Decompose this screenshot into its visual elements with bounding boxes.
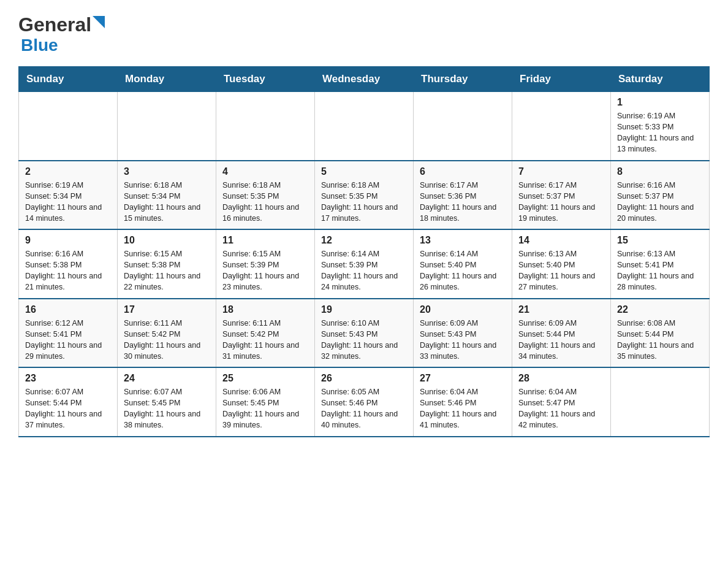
day-info: Sunrise: 6:11 AM Sunset: 5:42 PM Dayligh…: [222, 318, 308, 362]
calendar-cell: 19Sunrise: 6:10 AM Sunset: 5:43 PM Dayli…: [315, 299, 414, 368]
calendar-cell: 20Sunrise: 6:09 AM Sunset: 5:43 PM Dayli…: [414, 299, 512, 368]
day-info: Sunrise: 6:06 AM Sunset: 5:45 PM Dayligh…: [222, 386, 308, 431]
day-number: 20: [420, 304, 506, 315]
day-info: Sunrise: 6:15 AM Sunset: 5:39 PM Dayligh…: [222, 248, 308, 293]
day-number: 1: [617, 97, 703, 108]
day-number: 19: [321, 304, 407, 315]
calendar-cell: 24Sunrise: 6:07 AM Sunset: 5:45 PM Dayli…: [118, 367, 216, 437]
day-number: 7: [518, 166, 604, 177]
day-info: Sunrise: 6:18 AM Sunset: 5:34 PM Dayligh…: [124, 180, 210, 224]
calendar-cell: 27Sunrise: 6:04 AM Sunset: 5:46 PM Dayli…: [414, 367, 512, 437]
day-number: 3: [124, 166, 210, 177]
day-number: 23: [25, 373, 111, 384]
day-number: 22: [617, 304, 703, 315]
calendar-cell: 23Sunrise: 6:07 AM Sunset: 5:44 PM Dayli…: [19, 367, 118, 437]
day-info: Sunrise: 6:11 AM Sunset: 5:42 PM Dayligh…: [124, 318, 210, 362]
day-info: Sunrise: 6:16 AM Sunset: 5:38 PM Dayligh…: [25, 248, 111, 293]
calendar-cell: [512, 92, 611, 161]
calendar-cell: 1Sunrise: 6:19 AM Sunset: 5:33 PM Daylig…: [611, 92, 710, 161]
logo-arrow-icon: [93, 16, 110, 33]
day-number: 5: [321, 166, 407, 177]
calendar-table: SundayMondayTuesdayWednesdayThursdayFrid…: [18, 66, 710, 437]
day-info: Sunrise: 6:04 AM Sunset: 5:47 PM Dayligh…: [518, 386, 604, 431]
day-number: 14: [518, 235, 604, 246]
day-number: 17: [124, 304, 210, 315]
calendar-cell: 15Sunrise: 6:13 AM Sunset: 5:41 PM Dayli…: [611, 229, 710, 299]
day-info: Sunrise: 6:17 AM Sunset: 5:36 PM Dayligh…: [420, 180, 506, 224]
calendar-header-row: SundayMondayTuesdayWednesdayThursdayFrid…: [19, 67, 710, 92]
calendar-cell: 4Sunrise: 6:18 AM Sunset: 5:35 PM Daylig…: [216, 161, 315, 230]
day-number: 9: [25, 235, 111, 246]
page-header: General Blue: [18, 15, 710, 55]
calendar-week-2: 2Sunrise: 6:19 AM Sunset: 5:34 PM Daylig…: [19, 161, 710, 230]
day-header-sunday: Sunday: [19, 67, 118, 92]
calendar-cell: 3Sunrise: 6:18 AM Sunset: 5:34 PM Daylig…: [118, 161, 216, 230]
day-info: Sunrise: 6:09 AM Sunset: 5:43 PM Dayligh…: [420, 318, 506, 362]
day-info: Sunrise: 6:19 AM Sunset: 5:33 PM Dayligh…: [617, 110, 703, 155]
day-info: Sunrise: 6:14 AM Sunset: 5:40 PM Dayligh…: [420, 248, 506, 293]
day-number: 18: [222, 304, 308, 315]
day-number: 12: [321, 235, 407, 246]
day-header-thursday: Thursday: [414, 67, 512, 92]
day-number: 8: [617, 166, 703, 177]
day-number: 10: [124, 235, 210, 246]
calendar-cell: [315, 92, 414, 161]
day-info: Sunrise: 6:07 AM Sunset: 5:45 PM Dayligh…: [124, 386, 210, 431]
calendar-cell: 18Sunrise: 6:11 AM Sunset: 5:42 PM Dayli…: [216, 299, 315, 368]
day-header-monday: Monday: [118, 67, 216, 92]
calendar-cell: [216, 92, 315, 161]
calendar-cell: [118, 92, 216, 161]
calendar-cell: 25Sunrise: 6:06 AM Sunset: 5:45 PM Dayli…: [216, 367, 315, 437]
calendar-cell: 5Sunrise: 6:18 AM Sunset: 5:35 PM Daylig…: [315, 161, 414, 230]
day-number: 11: [222, 235, 308, 246]
day-info: Sunrise: 6:12 AM Sunset: 5:41 PM Dayligh…: [25, 318, 111, 362]
day-number: 2: [25, 166, 111, 177]
day-info: Sunrise: 6:15 AM Sunset: 5:38 PM Dayligh…: [124, 248, 210, 293]
logo-general-text: General: [18, 15, 91, 34]
calendar-week-4: 16Sunrise: 6:12 AM Sunset: 5:41 PM Dayli…: [19, 299, 710, 368]
calendar-cell: 28Sunrise: 6:04 AM Sunset: 5:47 PM Dayli…: [512, 367, 611, 437]
day-info: Sunrise: 6:16 AM Sunset: 5:37 PM Dayligh…: [617, 180, 703, 224]
day-info: Sunrise: 6:19 AM Sunset: 5:34 PM Dayligh…: [25, 180, 111, 224]
day-number: 21: [518, 304, 604, 315]
calendar-cell: 12Sunrise: 6:14 AM Sunset: 5:39 PM Dayli…: [315, 229, 414, 299]
day-number: 16: [25, 304, 111, 315]
day-number: 28: [518, 373, 604, 384]
day-number: 15: [617, 235, 703, 246]
day-info: Sunrise: 6:18 AM Sunset: 5:35 PM Dayligh…: [321, 180, 407, 224]
calendar-cell: 17Sunrise: 6:11 AM Sunset: 5:42 PM Dayli…: [118, 299, 216, 368]
calendar-cell: 9Sunrise: 6:16 AM Sunset: 5:38 PM Daylig…: [19, 229, 118, 299]
calendar-week-3: 9Sunrise: 6:16 AM Sunset: 5:38 PM Daylig…: [19, 229, 710, 299]
calendar-cell: 22Sunrise: 6:08 AM Sunset: 5:44 PM Dayli…: [611, 299, 710, 368]
day-number: 13: [420, 235, 506, 246]
calendar-cell: 16Sunrise: 6:12 AM Sunset: 5:41 PM Dayli…: [19, 299, 118, 368]
day-header-tuesday: Tuesday: [216, 67, 315, 92]
day-info: Sunrise: 6:18 AM Sunset: 5:35 PM Dayligh…: [222, 180, 308, 224]
day-header-wednesday: Wednesday: [315, 67, 414, 92]
calendar-cell: 10Sunrise: 6:15 AM Sunset: 5:38 PM Dayli…: [118, 229, 216, 299]
day-info: Sunrise: 6:14 AM Sunset: 5:39 PM Dayligh…: [321, 248, 407, 293]
day-info: Sunrise: 6:07 AM Sunset: 5:44 PM Dayligh…: [25, 386, 111, 431]
day-number: 4: [222, 166, 308, 177]
calendar-cell: 2Sunrise: 6:19 AM Sunset: 5:34 PM Daylig…: [19, 161, 118, 230]
day-header-saturday: Saturday: [611, 67, 710, 92]
day-info: Sunrise: 6:17 AM Sunset: 5:37 PM Dayligh…: [518, 180, 604, 224]
day-number: 27: [420, 373, 506, 384]
day-number: 25: [222, 373, 308, 384]
calendar-cell: [414, 92, 512, 161]
day-info: Sunrise: 6:09 AM Sunset: 5:44 PM Dayligh…: [518, 318, 604, 362]
calendar-cell: 21Sunrise: 6:09 AM Sunset: 5:44 PM Dayli…: [512, 299, 611, 368]
calendar-cell: 8Sunrise: 6:16 AM Sunset: 5:37 PM Daylig…: [611, 161, 710, 230]
calendar-cell: 13Sunrise: 6:14 AM Sunset: 5:40 PM Dayli…: [414, 229, 512, 299]
calendar-cell: 7Sunrise: 6:17 AM Sunset: 5:37 PM Daylig…: [512, 161, 611, 230]
day-info: Sunrise: 6:13 AM Sunset: 5:41 PM Dayligh…: [617, 248, 703, 293]
day-header-friday: Friday: [512, 67, 611, 92]
calendar-cell: 11Sunrise: 6:15 AM Sunset: 5:39 PM Dayli…: [216, 229, 315, 299]
day-info: Sunrise: 6:10 AM Sunset: 5:43 PM Dayligh…: [321, 318, 407, 362]
day-info: Sunrise: 6:05 AM Sunset: 5:46 PM Dayligh…: [321, 386, 407, 431]
calendar-cell: 14Sunrise: 6:13 AM Sunset: 5:40 PM Dayli…: [512, 229, 611, 299]
day-number: 26: [321, 373, 407, 384]
calendar-week-5: 23Sunrise: 6:07 AM Sunset: 5:44 PM Dayli…: [19, 367, 710, 437]
calendar-cell: [611, 367, 710, 437]
day-info: Sunrise: 6:13 AM Sunset: 5:40 PM Dayligh…: [518, 248, 604, 293]
